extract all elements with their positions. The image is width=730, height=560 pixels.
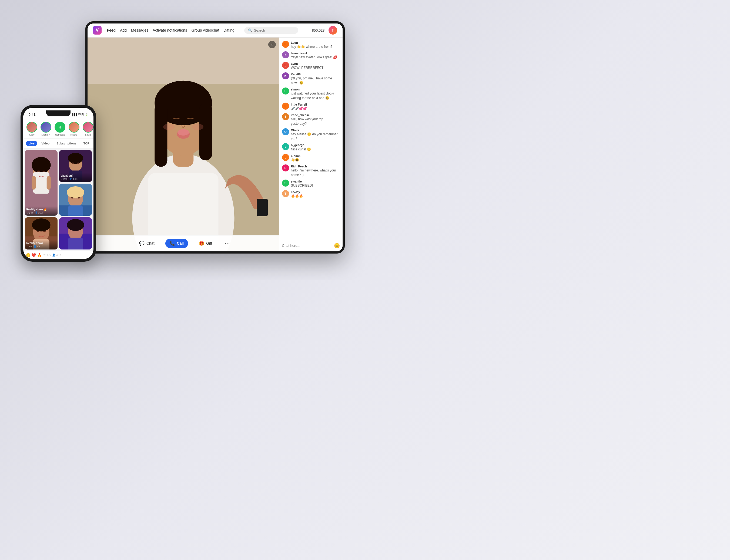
- phone-card[interactable]: [59, 217, 92, 249]
- nav-add[interactable]: Add: [120, 28, 127, 32]
- phone-card[interactable]: Reality show ♡ 68 👤 3.1T: [25, 217, 58, 249]
- footer-likes: ♡ 196: [43, 254, 51, 257]
- close-button[interactable]: ×: [268, 41, 276, 48]
- username: Kate89: [291, 72, 340, 76]
- svg-point-34: [78, 197, 80, 198]
- svg-point-16: [32, 157, 51, 173]
- phone-tabs: Live Video Subscriptions TOP ⋮: [23, 139, 93, 149]
- story-item[interactable]: Kitana: [68, 122, 80, 136]
- message-body: irene_cheese hiiiii, how was your trip y…: [291, 113, 340, 126]
- message-body: Linda8 👋😄: [291, 154, 340, 162]
- nav-messages[interactable]: Messages: [131, 28, 148, 32]
- chat-messages: L Leon hey 👋👋 where are u from? b bean.d…: [279, 38, 342, 240]
- card-person-svg: [59, 184, 92, 216]
- status-icons: ▐▐▐ WiFi 🔋: [71, 113, 88, 116]
- avatar: L: [282, 62, 289, 69]
- card-title: Reality show: [26, 242, 56, 245]
- nav-notifications[interactable]: Activate notifications: [153, 28, 187, 32]
- tab-video[interactable]: Video: [39, 141, 52, 146]
- tab-subscriptions[interactable]: Subscriptions: [54, 141, 79, 146]
- svg-point-38: [32, 218, 50, 231]
- story-name: Rebecca: [55, 133, 65, 136]
- gift-label: Gift: [206, 241, 212, 245]
- card-stats: ♡ 68 👤 3.1T: [26, 245, 56, 248]
- card-overlay: Reality show 🔥 ♡ 144 👤 3.1T: [25, 206, 58, 216]
- svg-point-10: [177, 129, 189, 136]
- card-likes: ♡ 68: [26, 245, 32, 248]
- card-image: [25, 150, 58, 215]
- footer-emojis: 😊 ❤️ 🔥: [26, 253, 42, 257]
- chat-sidebar: L Leon hey 👋👋 where are u from? b bean.d…: [279, 38, 342, 251]
- gift-button[interactable]: 🎁 Gift: [194, 239, 216, 248]
- phone: 9:41 ▐▐▐ WiFi 🔋 Kacy: [21, 105, 96, 262]
- search-input[interactable]: [254, 28, 294, 32]
- avatar: b: [282, 51, 289, 58]
- message-body: Rich Peach hello! I'm new here. what's y…: [291, 164, 340, 177]
- tab-live[interactable]: Live: [26, 141, 37, 146]
- phone-card[interactable]: Vacation! ♡ 270 👤 3.6K: [59, 150, 92, 182]
- svg-rect-32: [68, 205, 83, 216]
- username: Leon: [291, 41, 340, 45]
- scene: V Feed Add Messages Activate notificatio…: [21, 16, 345, 264]
- phone-card[interactable]: Reality show 🔥 ♡ 144 👤 3.1T: [25, 150, 58, 216]
- tablet-nav: V Feed Add Messages Activate notificatio…: [87, 23, 342, 38]
- card-likes: ♡ 144: [26, 211, 33, 214]
- nav-right: 850,028 T: [312, 26, 337, 35]
- svg-point-26: [72, 162, 74, 164]
- nav-group-videochat[interactable]: Group videochat: [191, 28, 219, 32]
- story-item[interactable]: R Rebecca: [54, 122, 66, 136]
- chat-input[interactable]: [282, 244, 332, 248]
- svg-rect-46: [68, 238, 83, 249]
- chat-message: S swantie SUBSCRIBED!: [282, 180, 340, 188]
- username: Rich Peach: [291, 164, 340, 168]
- message-text: 🔥🔥🔥: [291, 194, 340, 198]
- nav-logo[interactable]: V: [93, 26, 102, 35]
- username: simon: [291, 87, 340, 91]
- chat-message: L Leon hey 👋👋 where are u from?: [282, 41, 340, 49]
- story-avatar: [26, 122, 37, 133]
- phone-card[interactable]: [59, 184, 92, 216]
- nav-dating[interactable]: Dating: [223, 28, 234, 32]
- story-item[interactable]: Misha K: [40, 122, 52, 136]
- chat-message: R Rich Peach hello! I'm new here. what's…: [282, 164, 340, 177]
- card-stats: ♡ 144 👤 3.1T: [26, 211, 56, 214]
- story-item[interactable]: Kacy: [26, 122, 38, 136]
- svg-point-31: [67, 186, 84, 198]
- card-viewers: 👤 3.1T: [33, 245, 42, 248]
- more-button[interactable]: ⋯: [223, 239, 231, 248]
- avatar: L: [282, 103, 289, 110]
- search-icon: 🔍: [248, 28, 252, 32]
- message-text: Nice curls! 😄: [291, 147, 340, 152]
- card-title: Vacation!: [61, 174, 90, 177]
- phone-time: 9:41: [29, 113, 36, 117]
- message-body: swantie SUBSCRIBED!: [291, 180, 340, 188]
- avatar: L: [282, 154, 289, 161]
- nav-links: Feed Add Messages Activate notifications…: [107, 28, 234, 32]
- story-item[interactable]: Silvia: [82, 122, 93, 136]
- call-button[interactable]: 📞 Call: [165, 239, 188, 248]
- message-text: hello! I'm new here. what's your name? :…: [291, 168, 340, 177]
- card-stats: ♡ 270 👤 3.6K: [61, 178, 90, 180]
- phone-notch: [46, 110, 70, 116]
- nav-feed[interactable]: Feed: [107, 28, 116, 32]
- message-body: Kate89 @Lynn, pm me, i have some news 😊: [291, 72, 340, 85]
- emoji-button[interactable]: 😊: [334, 243, 340, 249]
- message-text: @Lynn, pm me, i have some news 😊: [291, 76, 340, 85]
- chat-label: Chat: [146, 241, 154, 245]
- avatar: O: [282, 128, 289, 135]
- message-text: just watched your latest vlog)) waiting …: [291, 91, 340, 100]
- stream-video: [87, 38, 279, 251]
- svg-rect-8: [199, 103, 212, 160]
- chat-button[interactable]: 💬 Chat: [135, 239, 159, 248]
- message-text: Yey!! new avatar! looks great 💋: [291, 55, 340, 60]
- user-avatar[interactable]: T: [328, 26, 337, 35]
- avatar: L: [282, 41, 289, 48]
- nav-search[interactable]: 🔍: [244, 27, 298, 34]
- message-body: bean.diesel Yey!! new avatar! looks grea…: [291, 51, 340, 60]
- story-name: Kitana: [70, 133, 78, 136]
- card-viewers: 👤 3.1T: [35, 211, 43, 214]
- tab-top[interactable]: TOP: [81, 141, 92, 146]
- message-body: simon just watched your latest vlog)) wa…: [291, 87, 340, 100]
- chat-message: L Lynn WOW! PERRRRFECT: [282, 62, 340, 70]
- chat-input-area: 😊: [279, 240, 342, 251]
